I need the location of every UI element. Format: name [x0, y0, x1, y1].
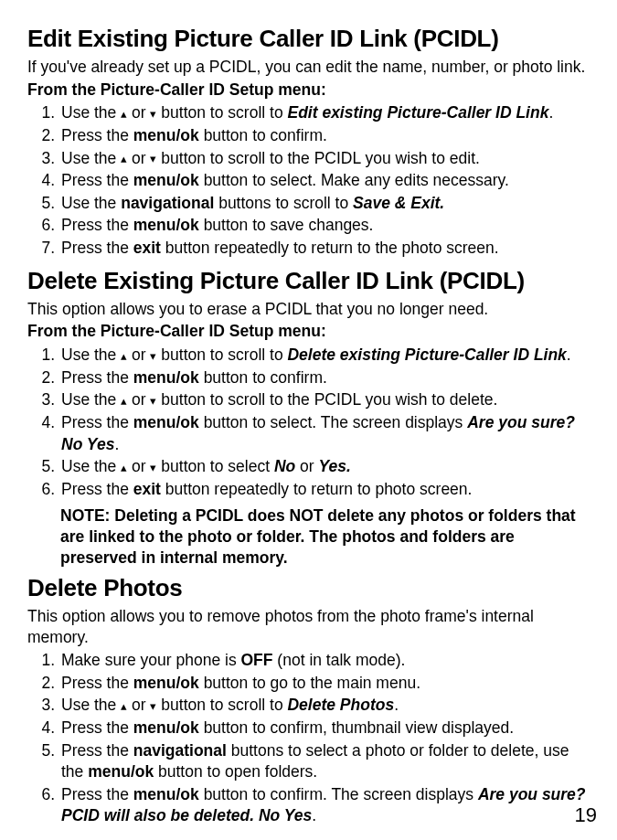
step: Use the ▴ or ▾ button to scroll to the P… — [59, 148, 590, 170]
intro-photos: This option allows you to remove photos … — [27, 606, 590, 649]
page-number: 19 — [575, 802, 597, 829]
step: Use the ▴ or ▾ button to scroll to Delet… — [59, 345, 590, 367]
step: Press the menu/ok button to save changes… — [59, 215, 590, 237]
step: Press the menu/ok button to confirm, thu… — [59, 718, 590, 739]
intro-edit: If you've already set up a PCIDL, you ca… — [27, 57, 590, 79]
step: Press the exit button repeatedly to retu… — [59, 238, 590, 260]
heading-edit-pcidl: Edit Existing Picture Caller ID Link (PC… — [27, 23, 590, 55]
step: Press the exit button repeatedly to retu… — [59, 479, 590, 501]
step: Use the navigational buttons to scroll t… — [59, 193, 590, 215]
step: Press the navigational buttons to select… — [59, 740, 590, 783]
steps-edit: Use the ▴ or ▾ button to scroll to Edit … — [27, 102, 590, 259]
submenu-delete: From the Picture-Caller ID Setup menu: — [27, 321, 590, 343]
step: Make sure your phone is OFF (not in talk… — [59, 650, 590, 672]
note-delete: NOTE: Deleting a PCIDL does NOT delete a… — [60, 505, 590, 568]
intro-delete: This option allows you to erase a PCIDL … — [27, 299, 590, 321]
step: Press the menu/ok button to confirm. The… — [59, 784, 590, 827]
step: Use the ▴ or ▾ button to scroll to Delet… — [59, 695, 590, 717]
step: Use the ▴ or ▾ button to scroll to the P… — [59, 389, 590, 411]
heading-delete-pcidl: Delete Existing Picture Caller ID Link (… — [27, 265, 590, 297]
step: Press the menu/ok button to select. Make… — [59, 170, 590, 192]
submenu-edit: From the Picture-Caller ID Setup menu: — [27, 80, 590, 101]
heading-delete-photos: Delete Photos — [27, 572, 590, 604]
step: Press the menu/ok button to confirm. — [59, 125, 590, 147]
step: Press the menu/ok button to go to the ma… — [59, 673, 590, 695]
step: Press the menu/ok button to confirm. — [59, 367, 590, 389]
step: Use the ▴ or ▾ button to scroll to Edit … — [59, 102, 590, 124]
steps-photos: Make sure your phone is OFF (not in talk… — [27, 650, 590, 827]
steps-delete: Use the ▴ or ▾ button to scroll to Delet… — [27, 345, 590, 500]
step: Use the ▴ or ▾ button to select No or Ye… — [59, 456, 590, 478]
step: Press the menu/ok button to select. The … — [59, 412, 590, 455]
